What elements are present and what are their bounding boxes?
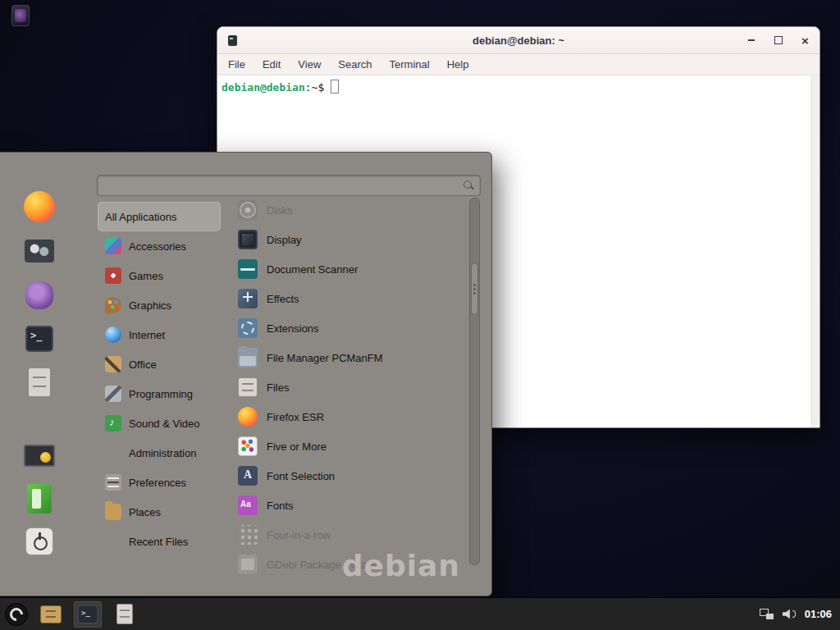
debian-watermark: debian	[342, 549, 460, 582]
taskbar: 01:06	[0, 597, 840, 630]
app-item-font-selection[interactable]: Font Selection	[233, 461, 468, 491]
files-icon	[116, 604, 133, 624]
app-list-scrollbar[interactable]	[469, 198, 480, 565]
menubar-item-terminal[interactable]: Terminal	[390, 58, 430, 71]
empty-icon	[105, 533, 121, 550]
pcmanfm-icon	[238, 348, 258, 368]
terminal-icon	[77, 605, 98, 624]
favorite-terminal[interactable]	[21, 320, 58, 358]
app-item-effects[interactable]: Effects	[233, 284, 468, 313]
category-recent-files[interactable]: Recent Files	[98, 527, 221, 556]
close-icon[interactable]	[797, 33, 813, 48]
app-item-firefox-esr[interactable]: Firefox ESR	[233, 402, 468, 431]
scanner-icon	[238, 259, 258, 279]
menubar-item-edit[interactable]: Edit	[262, 58, 281, 71]
scrollbar-thumb[interactable]	[471, 262, 478, 315]
favorite-messenger[interactable]	[21, 276, 58, 314]
category-label: Preferences	[129, 477, 186, 489]
purple-app-icon	[25, 281, 53, 309]
desktop-icon[interactable]	[11, 5, 30, 26]
terminal-scrollbar[interactable]	[811, 75, 819, 427]
accessories-icon	[105, 238, 121, 254]
application-menu: All Applications Accessories Games Graph…	[0, 152, 492, 596]
log-out-button[interactable]	[21, 480, 58, 518]
terminal-titlebar[interactable]: debian@debian: ~	[217, 27, 819, 54]
category-label: Administration	[129, 447, 196, 459]
app-label: Disks	[267, 204, 293, 217]
category-label: Sound & Video	[129, 418, 200, 430]
menubar-item-file[interactable]: File	[228, 58, 245, 71]
prompt-user: debian@debian	[221, 81, 305, 94]
app-item-file-manager-pcmanfm[interactable]: File Manager PCManFM	[233, 343, 468, 372]
search-input[interactable]	[103, 180, 463, 192]
app-label: Files	[267, 381, 289, 394]
maximize-icon[interactable]	[770, 33, 786, 48]
favorite-users[interactable]	[21, 232, 58, 270]
menubar-item-search[interactable]: Search	[338, 58, 372, 71]
category-all-applications[interactable]: All Applications	[98, 202, 221, 231]
clock[interactable]: 01:06	[805, 608, 832, 620]
category-label: Recent Files	[129, 536, 188, 548]
lock-screen-icon	[24, 445, 55, 467]
terminal-icon	[25, 326, 53, 352]
category-office[interactable]: Office	[98, 349, 221, 379]
terminal-app-icon	[228, 35, 237, 46]
taskbar-files-button[interactable]	[111, 601, 139, 628]
category-administration[interactable]: Administration	[98, 438, 221, 468]
category-sound-video[interactable]: Sound & Video	[98, 409, 221, 438]
favorite-firefox[interactable]	[21, 188, 58, 226]
network-icon[interactable]	[760, 609, 774, 619]
menu-button[interactable]	[5, 603, 28, 626]
category-label: Accessories	[129, 240, 186, 253]
fonts-icon	[238, 495, 258, 515]
category-graphics[interactable]: Graphics	[98, 290, 221, 320]
category-label: Places	[129, 506, 161, 518]
app-item-display[interactable]: Display	[233, 225, 468, 254]
menubar-item-help[interactable]: Help	[447, 58, 469, 71]
terminal-menubar: File Edit View Search Terminal Help	[217, 54, 819, 75]
menubar-item-view[interactable]: View	[298, 58, 321, 71]
category-games[interactable]: Games	[98, 261, 221, 290]
app-label: File Manager PCManFM	[267, 352, 383, 364]
category-label: Office	[129, 358, 157, 371]
five-or-more-icon	[238, 436, 258, 456]
taskbar-terminal-button[interactable]	[74, 601, 102, 628]
app-item-files[interactable]: Files	[233, 372, 468, 402]
window-controls	[743, 27, 813, 53]
app-label: Firefox ESR	[267, 411, 324, 423]
category-internet[interactable]: Internet	[98, 320, 221, 349]
minimize-icon[interactable]	[743, 33, 759, 48]
preferences-icon	[105, 474, 121, 491]
favorite-file-manager[interactable]	[21, 363, 58, 401]
sound-video-icon	[105, 415, 121, 431]
category-label: Games	[129, 270, 163, 282]
category-accessories[interactable]: Accessories	[98, 231, 221, 261]
app-item-document-scanner[interactable]: Document Scanner	[233, 254, 468, 284]
lock-screen-button[interactable]	[21, 436, 58, 474]
terminal-cursor	[331, 80, 339, 94]
firefox-icon	[238, 407, 258, 427]
app-item-four-in-a-row[interactable]: Four-in-a-row	[233, 520, 468, 550]
app-item-fonts[interactable]: Fonts	[233, 491, 468, 520]
users-icon	[25, 240, 54, 262]
internet-icon	[105, 326, 121, 343]
app-item-disks[interactable]: Disks	[233, 195, 468, 225]
effects-icon	[238, 289, 258, 308]
app-item-five-or-more[interactable]: Five or More	[233, 431, 468, 461]
category-preferences[interactable]: Preferences	[98, 468, 221, 497]
system-tray: 01:06	[760, 608, 840, 620]
disks-icon	[238, 200, 258, 220]
category-list: All Applications Accessories Games Graph…	[98, 202, 221, 556]
extensions-icon	[238, 318, 258, 338]
category-programming[interactable]: Programming	[98, 379, 221, 409]
shut-down-button[interactable]	[21, 523, 58, 560]
gdebi-icon	[238, 555, 258, 574]
log-out-icon	[27, 484, 52, 514]
category-places[interactable]: Places	[98, 497, 221, 527]
taskbar-file-manager-button[interactable]	[37, 601, 65, 628]
games-icon	[105, 267, 121, 284]
shut-down-icon	[25, 527, 53, 555]
volume-icon[interactable]	[783, 609, 796, 619]
app-item-extensions[interactable]: Extensions	[233, 313, 468, 343]
office-icon	[105, 356, 121, 372]
